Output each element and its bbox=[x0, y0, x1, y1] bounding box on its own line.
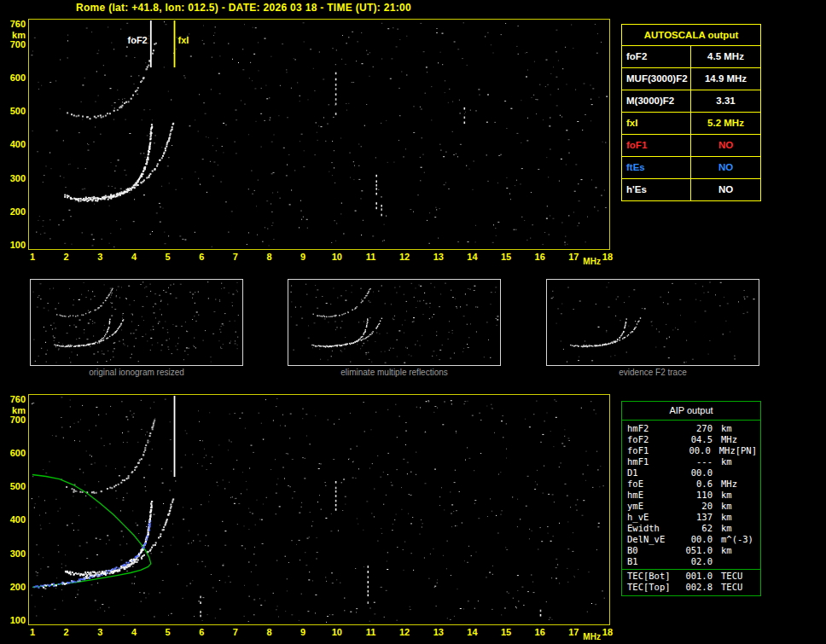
y-axis-label: 600 bbox=[2, 73, 26, 84]
autoscala-param-value: NO bbox=[691, 179, 760, 200]
aip-param-value: 0.6 bbox=[680, 479, 713, 490]
x-axis-label: 1 bbox=[23, 252, 42, 263]
aip-table-header: AIP output bbox=[622, 402, 760, 421]
x-axis-label: 16 bbox=[531, 252, 550, 263]
autoscala-row: foF1NO bbox=[622, 134, 760, 156]
x-axis-unit: MHz bbox=[583, 631, 601, 642]
aip-param-name: ymE bbox=[627, 501, 680, 512]
aip-param-unit: MHz bbox=[721, 434, 737, 445]
aip-tec-rows: TEC[Bot]001.0TECUTEC[Top]002.8TECU bbox=[622, 571, 760, 593]
aip-separator bbox=[622, 569, 760, 570]
y-axis-label: 100 bbox=[2, 615, 26, 626]
aip-row: foF100.0MHz[PN] bbox=[622, 445, 760, 456]
x-axis-label: 6 bbox=[192, 252, 211, 263]
aip-param-unit: km bbox=[721, 512, 732, 523]
x-axis-label: 11 bbox=[361, 627, 380, 638]
y-axis-label: 500 bbox=[2, 106, 26, 117]
autoscala-param-value: NO bbox=[691, 135, 760, 156]
aip-param-name: TEC[Top] bbox=[627, 582, 680, 593]
x-axis-label: 13 bbox=[429, 627, 448, 638]
autoscala-table: AUTOSCALA output foF24.5 MHzMUF(3000)F21… bbox=[621, 24, 761, 201]
y-axis-label: 500 bbox=[2, 481, 26, 492]
aip-param-name: DelN_vE bbox=[627, 534, 680, 545]
thumbnail-canvas bbox=[288, 280, 500, 365]
aip-param-unit: km bbox=[721, 523, 732, 534]
aip-param-name: D1 bbox=[627, 467, 680, 479]
autoscala-param-value: NO bbox=[691, 157, 760, 178]
aip-row: hmF2270km bbox=[622, 423, 760, 434]
aip-param-name: foF1 bbox=[627, 445, 679, 456]
aip-param-unit: TECU bbox=[721, 582, 742, 593]
aip-param-value: 110 bbox=[680, 490, 713, 501]
x-axis-label: 8 bbox=[260, 252, 279, 263]
x-axis-label: 13 bbox=[429, 252, 448, 263]
x-axis-label: 18 bbox=[598, 252, 617, 263]
aip-param-value: 00.0 bbox=[679, 445, 711, 456]
aip-param-note: [PN] bbox=[736, 445, 757, 456]
thumbnail-caption: eliminate multiple reflections bbox=[288, 368, 500, 377]
y-axis-label: 760 bbox=[2, 19, 26, 30]
aip-row: ymE20km bbox=[622, 501, 760, 512]
y-axis-label: 200 bbox=[2, 206, 26, 218]
aip-row: foF204.5MHz bbox=[622, 434, 760, 445]
y-axis-label: 400 bbox=[2, 514, 26, 525]
aip-param-unit: km bbox=[721, 545, 732, 556]
y-axis-label: 600 bbox=[2, 448, 26, 459]
aip-param-value: 20 bbox=[680, 501, 713, 512]
x-axis-label: 6 bbox=[192, 627, 211, 638]
aip-row: DelN_vE00.0m^(-3) bbox=[622, 534, 760, 545]
x-axis-label: 4 bbox=[125, 627, 143, 638]
aip-row: Ewidth62km bbox=[622, 523, 760, 534]
aip-param-unit: TECU bbox=[721, 571, 742, 582]
x-axis-label: 5 bbox=[159, 252, 177, 263]
aip-row: B0051.0km bbox=[622, 545, 760, 556]
thumbnail-canvas bbox=[547, 280, 759, 365]
thumbnail-ionogram: evidence F2 trace bbox=[546, 279, 759, 366]
aip-param-value: 001.0 bbox=[680, 571, 713, 582]
autoscala-param-label: h'Es bbox=[622, 179, 691, 200]
y-axis-label: 400 bbox=[2, 139, 26, 150]
aip-param-value: 002.8 bbox=[680, 582, 713, 593]
x-axis-label: 4 bbox=[125, 252, 143, 263]
aip-param-value: 00.0 bbox=[680, 534, 713, 545]
autoscala-param-label: MUF(3000)F2 bbox=[622, 68, 691, 90]
aip-param-value: 051.0 bbox=[680, 545, 713, 556]
aip-param-unit: MHz bbox=[719, 445, 736, 456]
aip-param-unit: km bbox=[721, 501, 732, 512]
aip-table-rows: hmF2270kmfoF204.5MHzfoF100.0MHz[PN]hmF1-… bbox=[622, 421, 760, 567]
aip-param-value: --- bbox=[680, 456, 713, 467]
x-axis-label: 17 bbox=[564, 627, 583, 638]
aip-param-unit: km bbox=[721, 456, 732, 467]
aip-row: hmF1---km bbox=[622, 456, 760, 467]
x-axis-label: 15 bbox=[497, 252, 515, 263]
autoscala-row: ftEsNO bbox=[622, 156, 760, 178]
aip-param-unit: km bbox=[721, 423, 732, 434]
ionogram-plot-top: foF2fxI 760700600500400300200100km123456… bbox=[28, 19, 610, 250]
autoscala-row: M(3000)F23.31 bbox=[622, 90, 760, 112]
marker-label-foF2: foF2 bbox=[128, 35, 148, 45]
x-axis-label: 12 bbox=[395, 627, 414, 638]
autoscala-row: foF24.5 MHz bbox=[622, 45, 760, 67]
page-title: Rome (lat: +41.8, lon: 012.5) - DATE: 20… bbox=[76, 2, 411, 14]
aip-row: hmE110km bbox=[622, 490, 760, 501]
aip-param-value: 02.0 bbox=[680, 556, 713, 567]
autoscala-param-label: foF2 bbox=[622, 46, 691, 67]
autoscala-param-label: fxI bbox=[622, 113, 691, 134]
aip-param-value: 137 bbox=[680, 512, 713, 523]
aip-param-name: B1 bbox=[627, 556, 680, 567]
x-axis-label: 15 bbox=[497, 627, 515, 638]
x-axis-label: 14 bbox=[462, 252, 481, 263]
autoscala-table-rows: foF24.5 MHzMUF(3000)F214.9 MHzM(3000)F23… bbox=[622, 45, 760, 200]
autoscala-row: h'EsNO bbox=[622, 178, 760, 200]
aip-param-name: hmF2 bbox=[627, 423, 680, 434]
x-axis-label: 1 bbox=[23, 627, 42, 638]
autoscala-param-label: ftEs bbox=[622, 157, 691, 178]
ionogram-plot-bottom: 760700600500400300200100km12345678910111… bbox=[28, 394, 610, 625]
aip-param-name: TEC[Bot] bbox=[627, 571, 680, 582]
x-axis-label: 3 bbox=[90, 252, 109, 263]
aip-table: AIP output hmF2270kmfoF204.5MHzfoF100.0M… bbox=[621, 401, 761, 596]
y-axis-label: 300 bbox=[2, 173, 26, 184]
aip-param-name: hmF1 bbox=[627, 456, 680, 467]
x-axis-label: 16 bbox=[531, 627, 550, 638]
x-axis-unit: MHz bbox=[583, 256, 601, 267]
